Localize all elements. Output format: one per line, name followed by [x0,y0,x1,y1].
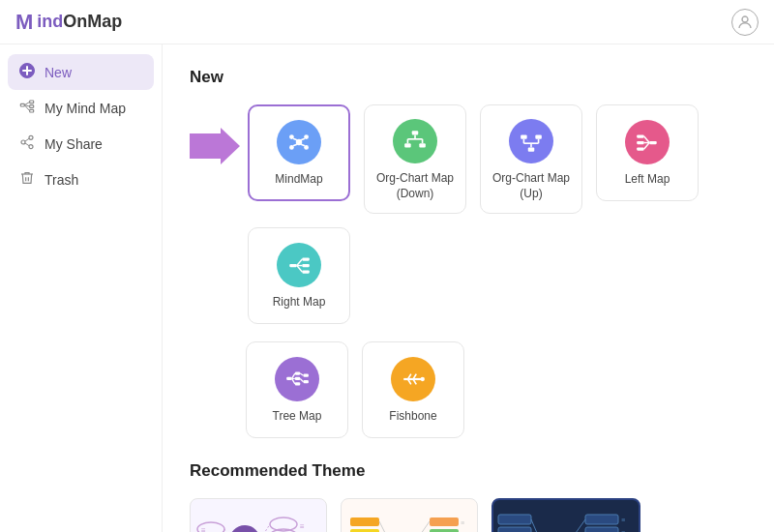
svg-marker-16 [190,128,240,164]
map-card-left-map[interactable]: Left Map [596,104,699,201]
map-card-mindmap[interactable]: MindMap [248,104,350,201]
theme-card-3[interactable]: ≡ ≡ ≡ [491,498,640,532]
svg-rect-95 [430,517,459,526]
left-map-label: Left Map [625,172,670,188]
svg-rect-35 [535,135,542,139]
mindmap-icon-circle [277,120,321,164]
svg-rect-33 [528,148,535,152]
header: MindOnMap [0,0,774,44]
sidebar-item-new[interactable]: New [8,54,154,90]
map-card-org-down[interactable]: Org-Chart Map(Down) [364,104,466,214]
svg-line-14 [25,138,29,141]
svg-rect-26 [412,131,419,134]
svg-rect-115 [585,515,618,524]
svg-line-22 [293,138,297,140]
svg-rect-47 [289,264,297,267]
tree-map-icon-circle [275,357,319,401]
logo-text: indOnMap [37,12,122,32]
map-card-fishbone[interactable]: Fishbone [362,341,464,438]
new-icon [19,63,35,81]
svg-line-44 [644,136,649,143]
svg-rect-91 [350,517,379,526]
header-right [731,9,759,36]
layout: New My Mind Map [0,44,774,532]
sidebar-item-trash[interactable]: Trash [0,162,162,197]
logo: MindOnMap [15,10,122,35]
svg-rect-59 [304,380,309,383]
svg-line-123 [571,519,585,532]
svg-line-64 [300,379,303,382]
mind-map-icon [19,99,35,117]
svg-rect-48 [302,258,310,261]
map-card-tree-map[interactable]: Tree Map [246,341,348,438]
org-up-label: Org-Chart Map (Up) [489,171,574,201]
new-section-title: New [190,68,747,87]
svg-rect-27 [404,143,411,147]
mindmap-label: MindMap [275,172,322,188]
svg-rect-58 [304,374,309,377]
svg-line-103 [416,521,430,532]
svg-point-13 [29,145,33,149]
sidebar-item-trash-label: Trash [45,172,78,188]
arrow-pointer [190,128,240,164]
right-map-icon-circle [277,243,321,287]
sidebar-item-new-label: New [45,65,72,80]
svg-rect-112 [498,527,531,532]
svg-line-82 [259,524,270,532]
svg-point-70 [421,377,425,381]
fishbone-label: Fishbone [389,409,436,425]
sidebar-item-my-mind-map-label: My Mind Map [45,101,126,116]
theme-card-1[interactable]: ≡ ≡ ≡ ≡ [190,498,327,532]
svg-rect-116 [585,527,618,532]
svg-rect-6 [30,105,34,108]
svg-point-11 [29,135,33,139]
svg-text:≡: ≡ [621,517,625,523]
svg-rect-54 [286,377,291,380]
svg-rect-57 [295,383,300,386]
svg-line-46 [644,143,649,150]
svg-rect-41 [637,135,644,138]
svg-rect-49 [302,264,310,267]
svg-line-53 [297,266,302,273]
svg-rect-55 [295,372,300,375]
main-content: New [163,44,774,532]
svg-line-23 [301,138,305,140]
share-icon [19,134,35,153]
svg-line-62 [292,379,295,384]
svg-rect-4 [20,103,24,106]
user-avatar[interactable] [731,9,759,36]
sidebar-item-my-share[interactable]: My Share [0,126,162,162]
svg-line-8 [24,102,29,104]
maps-grid-row2: Tree Map Fishbone [190,341,747,438]
svg-line-60 [292,373,295,378]
org-down-label: Org-Chart Map(Down) [376,171,454,201]
maps-grid: MindMap O [248,104,747,324]
svg-point-0 [742,16,748,22]
svg-rect-50 [302,271,310,274]
sidebar-item-my-share-label: My Share [45,136,103,152]
sidebar-item-my-mind-map[interactable]: My Mind Map [0,90,162,126]
logo-m-letter: M [15,10,33,35]
svg-line-51 [297,259,302,266]
svg-rect-42 [637,141,644,144]
map-card-org-up[interactable]: Org-Chart Map (Up) [480,104,582,214]
fishbone-icon-circle [391,357,435,401]
svg-text:≡: ≡ [201,526,206,532]
theme-card-2[interactable]: ≡ ≡ ≡ [341,498,478,532]
svg-line-63 [300,373,303,375]
theme-section-title: Recommended Theme [190,461,747,481]
map-card-right-map[interactable]: Right Map [248,227,350,324]
org-down-icon-circle [393,119,437,163]
tree-map-label: Tree Map [273,409,322,425]
svg-point-12 [21,140,25,144]
svg-rect-43 [637,148,644,151]
svg-rect-28 [419,143,426,147]
org-up-icon-circle [509,119,553,163]
svg-rect-34 [521,135,527,139]
left-map-icon-circle [625,120,670,164]
trash-icon [19,170,35,189]
svg-line-99 [379,521,389,532]
svg-rect-56 [295,377,300,380]
theme-grid: ≡ ≡ ≡ ≡ [190,498,747,532]
svg-line-25 [301,144,305,146]
